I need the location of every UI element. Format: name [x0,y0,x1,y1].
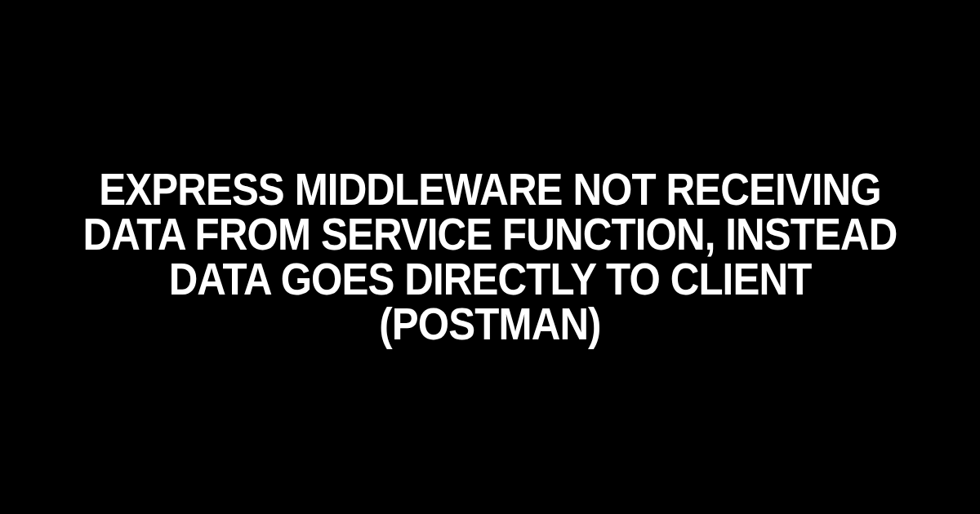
page-title: EXPRESS MIDDLEWARE NOT RECEIVING DATA FR… [59,167,921,347]
